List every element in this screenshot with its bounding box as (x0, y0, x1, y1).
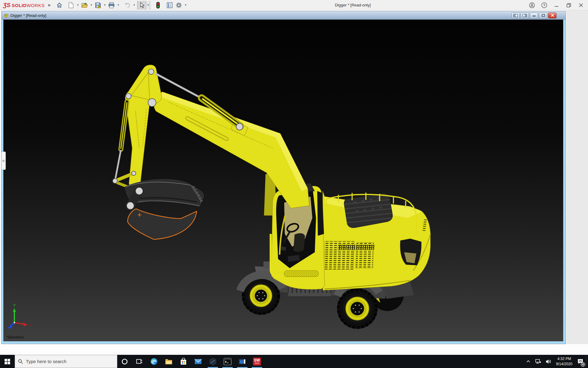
save-dropdown[interactable]: ▼ (103, 1, 107, 10)
solidworks-taskbar-letters: SW (254, 358, 260, 362)
document-minimize-button[interactable] (530, 13, 538, 18)
model-scene[interactable]: Y x (3, 20, 563, 341)
document-minimize-icon (532, 14, 536, 17)
brand-text-bold: SOLID (12, 3, 26, 8)
menu-expand-arrow-icon[interactable]: ▶ (48, 3, 51, 7)
new-document-button[interactable] (67, 1, 75, 10)
quick-toolbar: ▼ ▼ ▼ ▼ (55, 1, 187, 10)
volume-icon (545, 359, 552, 364)
search-input[interactable] (26, 359, 114, 364)
app-window-controls: ? (527, 0, 586, 10)
toggle-right-pane-button[interactable] (521, 13, 529, 18)
document-close-button[interactable] (548, 13, 556, 18)
system-tray: 4:32 PM 9/14/2020 4 (524, 355, 588, 368)
taskbar-clock[interactable]: 4:32 PM 9/14/2020 (554, 355, 575, 368)
dipper-arm[interactable] (125, 65, 162, 190)
new-document-dropdown[interactable]: ▼ (76, 1, 80, 10)
feature-manager-collapsed-tab[interactable] (2, 151, 6, 170)
restore-icon (567, 3, 571, 8)
orientation-triad[interactable]: Y x (7, 303, 31, 328)
restore-button[interactable] (564, 1, 574, 10)
rear-wheel[interactable] (337, 288, 378, 329)
network-icon (535, 359, 541, 364)
edge-icon (150, 358, 158, 366)
minimize-button[interactable] (551, 1, 562, 10)
selected-bucket-face[interactable] (128, 209, 197, 240)
gear-icon (176, 2, 182, 8)
save-button[interactable] (94, 1, 102, 10)
print-button[interactable] (107, 1, 116, 10)
select-tool-dropdown[interactable]: ▼ (146, 1, 150, 10)
print-dropdown[interactable]: ▼ (116, 1, 120, 10)
taskbar-app-store[interactable] (176, 355, 191, 368)
select-cursor-icon (139, 2, 145, 8)
options-dropdown[interactable]: ▼ (184, 1, 187, 10)
file-properties-button[interactable] (165, 1, 174, 10)
options-button[interactable] (175, 1, 183, 10)
solidworks-taskbar-year: 2020 (254, 362, 259, 364)
open-dropdown[interactable]: ▼ (89, 1, 93, 10)
store-icon (180, 358, 187, 365)
start-button[interactable] (0, 355, 15, 368)
save-icon (95, 2, 101, 8)
taskbar-app-mail[interactable] (191, 355, 205, 368)
taskbar-app-solidworks[interactable]: SW 2020 (250, 355, 264, 368)
rebuild-button[interactable] (154, 1, 162, 10)
document-window: Digger * [Read-only] (1, 11, 566, 344)
remote-window-icon (238, 358, 246, 365)
task-view-button[interactable] (132, 355, 147, 368)
select-tool-button[interactable] (138, 1, 146, 10)
view-orientation-label: *Dimetric (6, 335, 24, 339)
taskbar-search[interactable] (15, 355, 117, 368)
taskbar-app-edge[interactable] (147, 355, 161, 368)
notification-center-button[interactable]: 4 (575, 355, 586, 368)
pane-right-icon (522, 14, 527, 17)
windows-taskbar: SW 2020 4:32 PM 9/14/2020 (0, 355, 588, 368)
show-desktop-button[interactable] (586, 355, 588, 368)
minimize-icon (554, 3, 559, 7)
3d-viewport[interactable]: Y x *Dimetric (2, 20, 566, 344)
home-button[interactable] (55, 1, 64, 10)
close-icon (579, 3, 583, 7)
deck-vent-strip (338, 245, 374, 250)
tray-chevron-button[interactable] (524, 355, 533, 368)
triad-x-label: x (29, 323, 31, 327)
excavator-model[interactable] (113, 65, 431, 329)
task-pane-collapsed-strip[interactable] (567, 10, 588, 344)
app-titlebar: ƷS SOLID WORKS ▶ ▼ ▼ (0, 0, 588, 10)
cortana-button[interactable] (117, 355, 132, 368)
taskbar-app-remote-window[interactable] (235, 355, 250, 368)
solidworks-logo-mark: ƷS (3, 2, 10, 9)
document-title: Digger * [Read-only] (10, 13, 46, 18)
brand-text-light: WORKS (27, 3, 45, 8)
document-close-icon (551, 14, 554, 17)
clock-date: 9/14/2020 (556, 362, 572, 366)
cortana-icon (121, 358, 128, 365)
help-button[interactable]: ? (539, 1, 549, 10)
command-prompt-icon (224, 358, 232, 365)
document-restore-icon (541, 14, 545, 17)
part-document-icon (3, 13, 9, 18)
toggle-left-pane-button[interactable] (511, 13, 520, 18)
undo-button[interactable] (123, 1, 132, 10)
home-icon (56, 2, 62, 8)
undo-icon (124, 2, 130, 8)
volume-button[interactable] (543, 355, 554, 368)
taskbar-app-file-explorer[interactable] (161, 355, 176, 368)
open-button[interactable] (80, 1, 89, 10)
account-button[interactable] (527, 1, 537, 10)
open-folder-icon (81, 2, 88, 8)
document-restore-button[interactable] (539, 13, 547, 18)
dipper-cylinder[interactable] (115, 102, 127, 181)
clock-time: 4:32 PM (557, 356, 571, 361)
taskbar-app-command-prompt[interactable] (220, 355, 235, 368)
taskbar-app-3d[interactable] (205, 355, 220, 368)
close-button[interactable] (576, 1, 586, 10)
search-icon (18, 359, 23, 364)
undo-dropdown[interactable]: ▼ (132, 1, 136, 10)
document-titlebar[interactable]: Digger * [Read-only] (2, 11, 566, 20)
bucket[interactable] (125, 179, 204, 239)
task-view-icon (136, 358, 143, 365)
notification-badge: 4 (581, 362, 585, 367)
network-status-button[interactable] (533, 355, 543, 368)
